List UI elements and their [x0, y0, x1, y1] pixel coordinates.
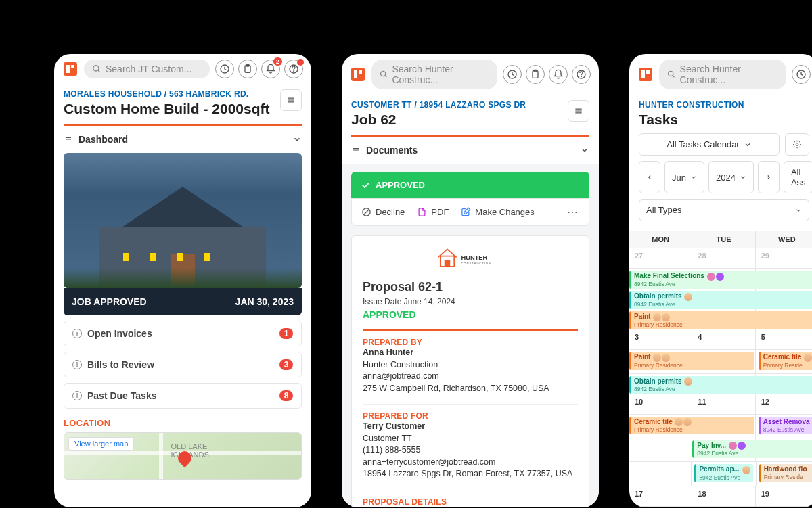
event-asset-removal[interactable]: Asset Remova8942 Eustis Ave	[759, 417, 812, 434]
event-hardwood[interactable]: Hardwood floPrimary Reside	[759, 464, 812, 482]
event-paint[interactable]: Paint Primary Residence	[629, 352, 754, 370]
proposal-title: Proposal 62-1	[363, 280, 578, 294]
clock-icon[interactable]	[792, 65, 811, 84]
list-item-label: Past Due Tasks	[87, 390, 156, 401]
svg-rect-39	[641, 70, 645, 78]
next-button[interactable]	[758, 161, 780, 193]
breadcrumb[interactable]: HUNTER CONSTRUCTION	[639, 100, 809, 110]
list-item-invoices[interactable]: i Open Invoices 1	[64, 321, 302, 346]
year-select[interactable]: 2024	[708, 161, 754, 193]
day-number[interactable]: 3	[632, 331, 689, 342]
svg-line-4	[98, 70, 100, 72]
calendar-mode-select[interactable]: All Tasks Calendar	[639, 133, 780, 156]
for-email: anna+terrycustomer@jobtread.com	[363, 457, 578, 469]
by-address: 275 W Campbell Rd, Richardson, TX 75080,…	[363, 383, 578, 395]
day-number[interactable]: 11	[695, 396, 752, 407]
search-placeholder: Search JT Custom...	[106, 64, 191, 74]
approved-banner: APPROVED	[351, 172, 589, 198]
day-number[interactable]: 27	[632, 250, 689, 261]
job-status-date: JAN 30, 2023	[235, 296, 294, 307]
search-input[interactable]: Search Hunter Construc...	[659, 60, 786, 89]
clock-icon[interactable]	[215, 60, 234, 78]
settings-button[interactable]	[785, 133, 809, 156]
list-item-bills[interactable]: i Bills to Review 3	[64, 352, 302, 377]
event-obtain-permits[interactable]: Obtain permits 8942 Eustis Ave	[629, 291, 812, 309]
info-icon: i	[72, 360, 82, 369]
svg-rect-16	[351, 68, 365, 81]
event-ceramic-tile[interactable]: Ceramic tile Primary Reside	[759, 352, 812, 370]
event-paint[interactable]: Paint Primary Residence	[629, 311, 812, 329]
day-number[interactable]: 12	[759, 396, 812, 407]
day-number[interactable]: 29	[759, 250, 812, 261]
chevron-down-icon	[292, 135, 302, 144]
day-number[interactable]: 18	[695, 488, 752, 499]
svg-point-44	[796, 143, 798, 146]
day-number[interactable]: 10	[632, 396, 689, 407]
svg-rect-0	[64, 62, 77, 76]
help-icon[interactable]	[284, 60, 303, 78]
svg-line-33	[364, 210, 369, 215]
day-number[interactable]: 19	[759, 488, 812, 499]
day-number[interactable]: 17	[632, 488, 689, 499]
count-badge: 1	[279, 328, 293, 339]
svg-rect-35	[445, 261, 450, 267]
notification-badge: 2	[273, 57, 282, 66]
menu-button[interactable]	[568, 100, 589, 122]
info-icon: i	[72, 329, 82, 338]
list-item-tasks[interactable]: i Past Due Tasks 8	[64, 383, 302, 409]
assignees-select[interactable]: All Ass	[784, 161, 812, 193]
help-icon[interactable]	[572, 65, 591, 84]
check-icon	[361, 181, 370, 190]
for-phone: (111) 888-5555	[363, 444, 578, 457]
event-make-final[interactable]: Make Final Selections 8942 Eustis Ave	[629, 271, 812, 289]
day-number[interactable]: 5	[759, 331, 812, 342]
more-button[interactable]: ⋯	[567, 206, 579, 218]
breadcrumb[interactable]: CUSTOMER TT / 18954 LAZZARO SPGS DR	[351, 100, 562, 110]
view-larger-map-button[interactable]: View larger map	[68, 437, 134, 451]
svg-text:CONSTRUCTION: CONSTRUCTION	[461, 262, 491, 266]
section-toggle[interactable]: Dashboard	[54, 126, 311, 153]
day-number[interactable]: 4	[695, 331, 752, 342]
topbar: Search JT Custom... 2	[54, 54, 311, 84]
event-ceramic-tile[interactable]: Ceramic tile Primary Residence	[629, 417, 754, 435]
job-status-bar: JOB APPROVED JAN 30, 2023	[64, 288, 302, 315]
job-status-label: JOB APPROVED	[72, 296, 147, 307]
search-placeholder: Search Hunter Construc...	[392, 64, 489, 85]
bell-icon[interactable]: 2	[261, 60, 280, 78]
page-title: Tasks	[639, 111, 809, 128]
clipboard-icon[interactable]	[526, 65, 545, 84]
clock-icon[interactable]	[503, 65, 522, 84]
month-select[interactable]: Jun	[664, 161, 704, 193]
day-number[interactable]: 28	[695, 250, 752, 261]
chevron-right-icon	[765, 174, 772, 181]
chevron-down-icon	[580, 145, 589, 155]
section-toggle[interactable]: Documents	[342, 137, 599, 164]
menu-button[interactable]	[280, 89, 302, 111]
help-badge-icon	[297, 59, 304, 66]
svg-text:HUNTER: HUNTER	[461, 254, 487, 261]
calendar: MON TUE WED 272829 Make Final Selections…	[629, 231, 812, 507]
search-input[interactable]: Search JT Custom...	[84, 60, 210, 78]
svg-line-20	[385, 76, 387, 78]
day-header: WED	[756, 231, 812, 248]
breadcrumb[interactable]: MORALES HOUSEHOLD / 563 HAMBRICK RD.	[64, 89, 275, 99]
prepared-for-heading: PREPARED FOR	[363, 404, 578, 421]
event-permits-approved[interactable]: Permits ap... 8942 Eustis Ave	[694, 464, 752, 482]
map[interactable]: OLD LAKEIGHLANDS View larger map	[64, 432, 302, 480]
list-item-label: Bills to Review	[87, 359, 154, 370]
pdf-button[interactable]: PDF	[417, 207, 449, 217]
bell-icon[interactable]	[549, 65, 568, 84]
decline-button[interactable]: Decline	[361, 207, 405, 217]
prev-button[interactable]	[639, 161, 660, 193]
list-item-label: Open Invoices	[87, 328, 152, 339]
make-changes-button[interactable]: Make Changes	[461, 207, 534, 217]
types-select[interactable]: All Types	[639, 199, 809, 221]
event-obtain-permits[interactable]: Obtain permits 8942 Eustis Ave	[629, 376, 812, 394]
event-pay-invoice[interactable]: Pay Inv... 8942 Eustis Ave	[692, 440, 812, 459]
chevron-left-icon	[646, 174, 653, 181]
svg-rect-17	[354, 70, 357, 78]
search-input[interactable]: Search Hunter Construc...	[371, 60, 497, 89]
clipboard-icon[interactable]	[238, 60, 257, 78]
details-address: 18954 Lazzaro Spgs Dr, Roman Forest, TX …	[363, 507, 578, 507]
location-heading: LOCATION	[64, 418, 302, 428]
